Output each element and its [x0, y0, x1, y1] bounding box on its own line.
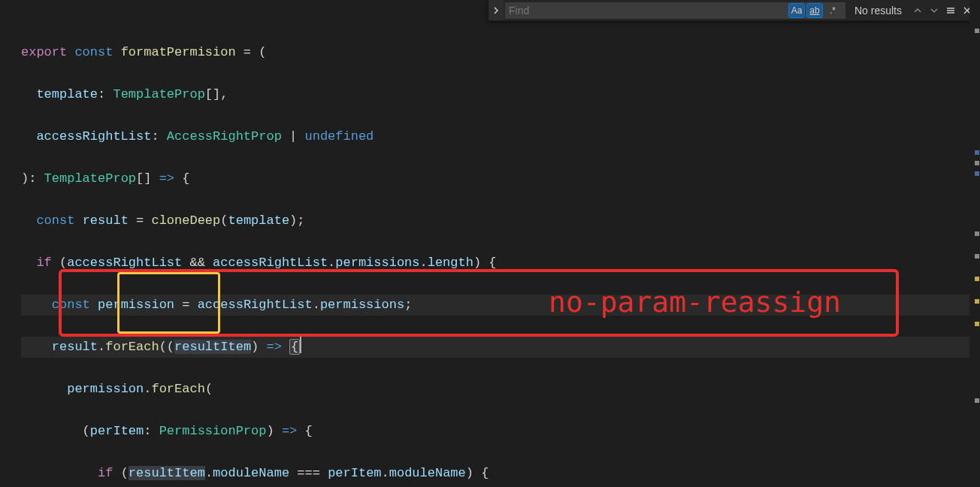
- code-editor[interactable]: export const formatPermision = ( templat…: [0, 0, 980, 487]
- code-line: accessRightList: AccessRightProp | undef…: [21, 126, 980, 147]
- code-line: (perItem: PermissionProp) => {: [21, 421, 980, 442]
- code-line: if (resultItem.moduleName === perItem.mo…: [21, 463, 980, 484]
- text-cursor: [300, 337, 301, 353]
- code-line: export const formatPermision = (: [21, 42, 980, 63]
- code-line: template: TemplateProp[],: [21, 84, 980, 105]
- code-line: if (accessRightList && accessRightList.p…: [21, 253, 980, 274]
- code-line: const result = cloneDeep(template);: [21, 210, 980, 231]
- code-line: const permission = accessRightList.permi…: [21, 295, 980, 316]
- code-line: permission.forEach(: [21, 379, 980, 400]
- code-line: ): TemplateProp[] => {: [21, 168, 980, 189]
- code-line: result.forEach((resultItem) => {: [21, 337, 980, 358]
- overview-ruler[interactable]: [969, 0, 980, 487]
